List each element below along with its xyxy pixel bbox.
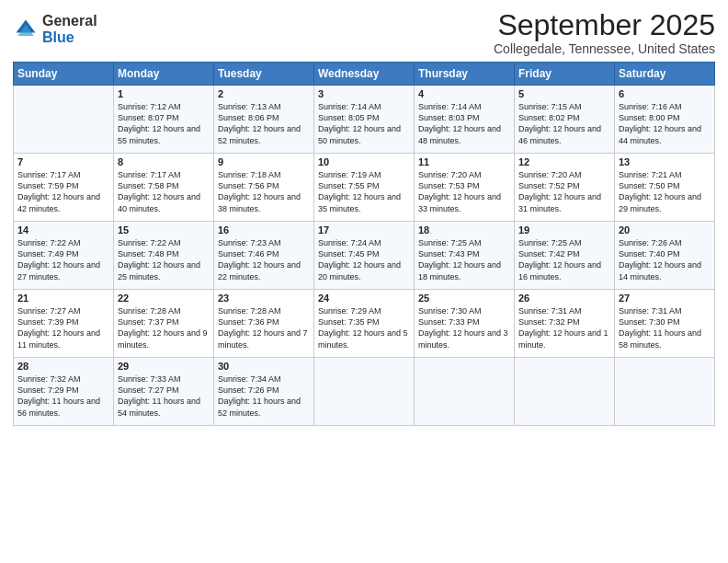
week-row-4: 28Sunrise: 7:32 AMSunset: 7:29 PMDayligh…: [14, 358, 715, 426]
calendar-cell: [314, 358, 415, 426]
calendar-cell: 13Sunrise: 7:21 AMSunset: 7:50 PMDayligh…: [615, 154, 715, 222]
calendar-cell: 30Sunrise: 7:34 AMSunset: 7:26 PMDayligh…: [214, 358, 314, 426]
calendar-cell: 14Sunrise: 7:22 AMSunset: 7:49 PMDayligh…: [14, 222, 114, 290]
day-info: Sunrise: 7:16 AMSunset: 8:00 PMDaylight:…: [619, 101, 711, 146]
page: General Blue September 2025 Collegedale,…: [0, 0, 728, 563]
day-info: Sunrise: 7:19 AMSunset: 7:55 PMDaylight:…: [318, 169, 410, 214]
day-number: 23: [218, 293, 310, 304]
day-number: 3: [318, 88, 410, 99]
day-number: 22: [118, 293, 210, 304]
calendar-cell: 17Sunrise: 7:24 AMSunset: 7:45 PMDayligh…: [314, 222, 415, 290]
week-row-3: 21Sunrise: 7:27 AMSunset: 7:39 PMDayligh…: [14, 290, 715, 358]
day-number: 5: [518, 88, 610, 99]
col-thursday: Thursday: [415, 63, 515, 86]
calendar-cell: 23Sunrise: 7:28 AMSunset: 7:36 PMDayligh…: [214, 290, 314, 358]
day-number: 17: [318, 224, 410, 236]
calendar-cell: [515, 358, 615, 426]
calendar-cell: [415, 358, 515, 426]
calendar-cell: 3Sunrise: 7:14 AMSunset: 8:05 PMDaylight…: [314, 86, 415, 154]
calendar-table: Sunday Monday Tuesday Wednesday Thursday…: [13, 62, 715, 426]
day-number: 20: [619, 224, 711, 236]
calendar-cell: 19Sunrise: 7:25 AMSunset: 7:42 PMDayligh…: [515, 222, 615, 290]
col-wednesday: Wednesday: [314, 63, 415, 86]
calendar-cell: 22Sunrise: 7:28 AMSunset: 7:37 PMDayligh…: [114, 290, 214, 358]
day-number: 21: [17, 293, 109, 304]
day-info: Sunrise: 7:31 AMSunset: 7:30 PMDaylight:…: [619, 305, 711, 350]
day-info: Sunrise: 7:20 AMSunset: 7:52 PMDaylight:…: [518, 169, 610, 214]
day-number: 10: [318, 156, 410, 167]
day-info: Sunrise: 7:21 AMSunset: 7:50 PMDaylight:…: [619, 169, 711, 214]
day-info: Sunrise: 7:30 AMSunset: 7:33 PMDaylight:…: [418, 305, 510, 350]
day-info: Sunrise: 7:20 AMSunset: 7:53 PMDaylight:…: [418, 169, 510, 214]
calendar-cell: 1Sunrise: 7:12 AMSunset: 8:07 PMDaylight…: [114, 86, 214, 154]
day-number: 29: [118, 361, 210, 372]
day-number: 25: [418, 293, 510, 304]
week-row-1: 7Sunrise: 7:17 AMSunset: 7:59 PMDaylight…: [14, 154, 715, 222]
calendar-cell: 26Sunrise: 7:31 AMSunset: 7:32 PMDayligh…: [515, 290, 615, 358]
calendar-cell: 16Sunrise: 7:23 AMSunset: 7:46 PMDayligh…: [214, 222, 314, 290]
day-info: Sunrise: 7:14 AMSunset: 8:05 PMDaylight:…: [318, 101, 410, 146]
day-number: 28: [17, 361, 109, 372]
day-info: Sunrise: 7:33 AMSunset: 7:27 PMDaylight:…: [118, 373, 210, 419]
day-info: Sunrise: 7:29 AMSunset: 7:35 PMDaylight:…: [318, 305, 410, 350]
col-monday: Monday: [114, 63, 214, 86]
col-tuesday: Tuesday: [214, 63, 314, 86]
day-info: Sunrise: 7:13 AMSunset: 8:06 PMDaylight:…: [218, 101, 310, 146]
calendar-cell: 6Sunrise: 7:16 AMSunset: 8:00 PMDaylight…: [615, 86, 715, 154]
header: General Blue September 2025 Collegedale,…: [13, 9, 715, 56]
day-number: 11: [418, 156, 510, 167]
calendar-body: 1Sunrise: 7:12 AMSunset: 8:07 PMDaylight…: [14, 86, 715, 426]
day-number: 19: [518, 224, 610, 236]
calendar-cell: 11Sunrise: 7:20 AMSunset: 7:53 PMDayligh…: [415, 154, 515, 222]
page-subtitle: Collegedale, Tennessee, United States: [494, 41, 715, 56]
day-info: Sunrise: 7:32 AMSunset: 7:29 PMDaylight:…: [17, 373, 109, 419]
calendar-cell: 9Sunrise: 7:18 AMSunset: 7:56 PMDaylight…: [214, 154, 314, 222]
col-saturday: Saturday: [615, 63, 715, 86]
day-info: Sunrise: 7:18 AMSunset: 7:56 PMDaylight:…: [218, 169, 310, 214]
calendar-cell: 20Sunrise: 7:26 AMSunset: 7:40 PMDayligh…: [615, 222, 715, 290]
day-info: Sunrise: 7:12 AMSunset: 8:07 PMDaylight:…: [118, 101, 210, 146]
day-info: Sunrise: 7:26 AMSunset: 7:40 PMDaylight:…: [619, 237, 711, 282]
calendar-cell: 2Sunrise: 7:13 AMSunset: 8:06 PMDaylight…: [214, 86, 314, 154]
day-info: Sunrise: 7:22 AMSunset: 7:49 PMDaylight:…: [17, 237, 109, 282]
day-number: 9: [218, 156, 310, 167]
logo-text: General Blue: [42, 13, 97, 45]
page-title: September 2025: [494, 9, 715, 41]
title-block: September 2025 Collegedale, Tennessee, U…: [494, 9, 715, 56]
day-info: Sunrise: 7:25 AMSunset: 7:42 PMDaylight:…: [518, 237, 610, 282]
calendar-cell: 27Sunrise: 7:31 AMSunset: 7:30 PMDayligh…: [615, 290, 715, 358]
header-row: Sunday Monday Tuesday Wednesday Thursday…: [14, 63, 715, 86]
day-number: 12: [518, 156, 610, 167]
calendar-cell: [615, 358, 715, 426]
day-number: 24: [318, 293, 410, 304]
day-info: Sunrise: 7:34 AMSunset: 7:26 PMDaylight:…: [218, 373, 310, 419]
calendar-cell: [14, 86, 114, 154]
day-info: Sunrise: 7:25 AMSunset: 7:43 PMDaylight:…: [418, 237, 510, 282]
calendar-cell: 10Sunrise: 7:19 AMSunset: 7:55 PMDayligh…: [314, 154, 415, 222]
day-info: Sunrise: 7:24 AMSunset: 7:45 PMDaylight:…: [318, 237, 410, 282]
day-info: Sunrise: 7:27 AMSunset: 7:39 PMDaylight:…: [17, 305, 109, 350]
day-number: 16: [218, 224, 310, 236]
day-info: Sunrise: 7:15 AMSunset: 8:02 PMDaylight:…: [518, 101, 610, 146]
day-number: 15: [118, 224, 210, 236]
calendar-cell: 4Sunrise: 7:14 AMSunset: 8:03 PMDaylight…: [415, 86, 515, 154]
day-info: Sunrise: 7:23 AMSunset: 7:46 PMDaylight:…: [218, 237, 310, 282]
logo-general: General: [42, 13, 97, 29]
calendar-cell: 24Sunrise: 7:29 AMSunset: 7:35 PMDayligh…: [314, 290, 415, 358]
day-number: 14: [17, 224, 109, 236]
logo: General Blue: [13, 13, 97, 45]
day-number: 26: [518, 293, 610, 304]
week-row-0: 1Sunrise: 7:12 AMSunset: 8:07 PMDaylight…: [14, 86, 715, 154]
calendar-cell: 21Sunrise: 7:27 AMSunset: 7:39 PMDayligh…: [14, 290, 114, 358]
calendar-cell: 28Sunrise: 7:32 AMSunset: 7:29 PMDayligh…: [14, 358, 114, 426]
day-number: 6: [619, 88, 711, 99]
week-row-2: 14Sunrise: 7:22 AMSunset: 7:49 PMDayligh…: [14, 222, 715, 290]
calendar-cell: 29Sunrise: 7:33 AMSunset: 7:27 PMDayligh…: [114, 358, 214, 426]
col-sunday: Sunday: [14, 63, 114, 86]
calendar-cell: 18Sunrise: 7:25 AMSunset: 7:43 PMDayligh…: [415, 222, 515, 290]
day-info: Sunrise: 7:17 AMSunset: 7:58 PMDaylight:…: [118, 169, 210, 214]
day-number: 27: [619, 293, 711, 304]
logo-icon: [13, 17, 39, 42]
calendar-cell: 25Sunrise: 7:30 AMSunset: 7:33 PMDayligh…: [415, 290, 515, 358]
day-info: Sunrise: 7:14 AMSunset: 8:03 PMDaylight:…: [418, 101, 510, 146]
